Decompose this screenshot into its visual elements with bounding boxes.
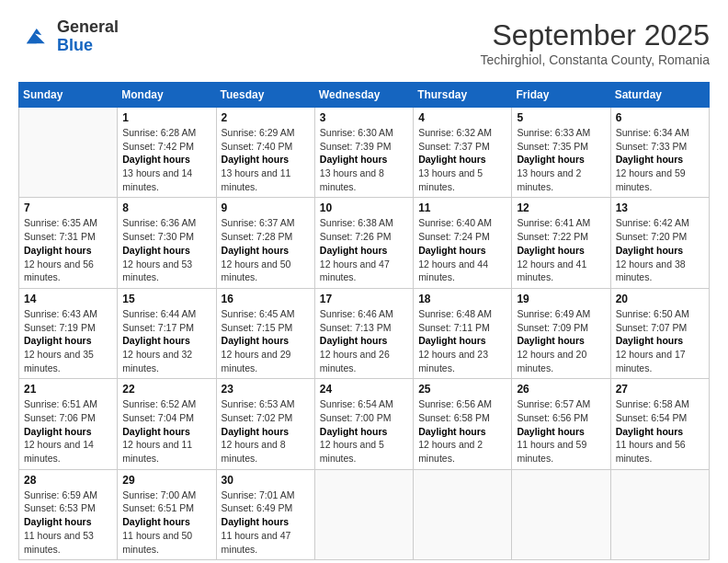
day-cell-11: 11Sunrise: 6:40 AMSunset: 7:24 PMDayligh… [414,198,512,288]
logo-general: General [57,17,119,36]
day-cell-25: 25Sunrise: 6:56 AMSunset: 6:58 PMDayligh… [414,379,512,469]
day-number: 27 [616,383,704,396]
day-info: Sunrise: 6:42 AMSunset: 7:20 PMDaylight … [616,216,704,283]
day-number: 14 [24,293,112,305]
day-info: Sunrise: 7:00 AMSunset: 6:51 PMDaylight … [122,488,210,556]
weekday-header-tuesday: Tuesday [216,83,314,108]
page-header: General Blue September 2025 Techirghiol,… [18,18,710,67]
day-cell-4: 4Sunrise: 6:32 AMSunset: 7:37 PMDaylight… [414,108,512,198]
day-cell-23: 23Sunrise: 6:53 AMSunset: 7:02 PMDayligh… [216,379,314,469]
logo: General Blue [18,18,119,55]
day-number: 5 [517,111,605,124]
weekday-header-row: SundayMondayTuesdayWednesdayThursdayFrid… [19,83,710,108]
empty-cell [512,469,610,559]
day-info: Sunrise: 6:49 AMSunset: 7:09 PMDaylight … [517,307,605,374]
day-cell-19: 19Sunrise: 6:49 AMSunset: 7:09 PMDayligh… [512,288,610,378]
day-number: 15 [122,293,210,305]
day-info: Sunrise: 6:28 AMSunset: 7:42 PMDaylight … [122,126,210,193]
day-info: Sunrise: 6:41 AMSunset: 7:22 PMDaylight … [517,216,605,283]
empty-cell [19,108,118,198]
day-cell-6: 6Sunrise: 6:34 AMSunset: 7:33 PMDaylight… [610,108,709,198]
day-cell-16: 16Sunrise: 6:45 AMSunset: 7:15 PMDayligh… [216,288,314,378]
day-cell-13: 13Sunrise: 6:42 AMSunset: 7:20 PMDayligh… [610,198,709,288]
day-cell-22: 22Sunrise: 6:52 AMSunset: 7:04 PMDayligh… [118,379,216,469]
weekday-header-monday: Monday [118,83,216,108]
day-cell-2: 2Sunrise: 6:29 AMSunset: 7:40 PMDaylight… [216,108,314,198]
day-number: 30 [222,474,310,487]
weekday-header-thursday: Thursday [414,83,512,108]
day-info: Sunrise: 6:46 AMSunset: 7:13 PMDaylight … [320,307,408,374]
empty-cell [414,469,512,559]
month-title: September 2025 [480,18,710,52]
day-number: 19 [517,293,605,305]
day-cell-9: 9Sunrise: 6:37 AMSunset: 7:28 PMDaylight… [216,198,314,288]
weekday-header-sunday: Sunday [19,83,118,108]
day-info: Sunrise: 6:29 AMSunset: 7:40 PMDaylight … [222,126,310,193]
day-info: Sunrise: 6:44 AMSunset: 7:17 PMDaylight … [122,307,210,374]
day-info: Sunrise: 6:52 AMSunset: 7:04 PMDaylight … [122,397,210,465]
day-info: Sunrise: 6:36 AMSunset: 7:30 PMDaylight … [122,216,210,283]
day-cell-24: 24Sunrise: 6:54 AMSunset: 7:00 PMDayligh… [314,379,413,469]
day-info: Sunrise: 6:40 AMSunset: 7:24 PMDaylight … [418,216,506,283]
day-info: Sunrise: 6:38 AMSunset: 7:26 PMDaylight … [320,216,408,283]
day-info: Sunrise: 6:59 AMSunset: 6:53 PMDaylight … [24,488,112,556]
day-info: Sunrise: 6:56 AMSunset: 6:58 PMDaylight … [418,397,506,465]
day-cell-3: 3Sunrise: 6:30 AMSunset: 7:39 PMDaylight… [314,108,413,198]
day-cell-8: 8Sunrise: 6:36 AMSunset: 7:30 PMDaylight… [118,198,216,288]
day-info: Sunrise: 7:01 AMSunset: 6:49 PMDaylight … [222,488,310,556]
weekday-header-wednesday: Wednesday [314,83,413,108]
day-cell-10: 10Sunrise: 6:38 AMSunset: 7:26 PMDayligh… [314,198,413,288]
day-number: 4 [418,111,506,124]
day-info: Sunrise: 6:43 AMSunset: 7:19 PMDaylight … [24,307,112,374]
day-cell-26: 26Sunrise: 6:57 AMSunset: 6:56 PMDayligh… [512,379,610,469]
logo-text: General Blue [57,18,119,55]
day-info: Sunrise: 6:32 AMSunset: 7:37 PMDaylight … [418,126,506,193]
day-info: Sunrise: 6:58 AMSunset: 6:54 PMDaylight … [616,397,704,465]
day-number: 25 [418,383,506,396]
day-number: 13 [616,201,704,214]
day-cell-14: 14Sunrise: 6:43 AMSunset: 7:19 PMDayligh… [19,288,118,378]
day-info: Sunrise: 6:34 AMSunset: 7:33 PMDaylight … [616,126,704,193]
day-number: 2 [222,111,310,124]
day-cell-20: 20Sunrise: 6:50 AMSunset: 7:07 PMDayligh… [610,288,709,378]
day-number: 10 [320,201,408,214]
day-info: Sunrise: 6:48 AMSunset: 7:11 PMDaylight … [418,307,506,374]
day-cell-5: 5Sunrise: 6:33 AMSunset: 7:35 PMDaylight… [512,108,610,198]
day-cell-18: 18Sunrise: 6:48 AMSunset: 7:11 PMDayligh… [414,288,512,378]
day-number: 22 [122,383,210,396]
day-cell-15: 15Sunrise: 6:44 AMSunset: 7:17 PMDayligh… [118,288,216,378]
day-number: 21 [24,383,112,396]
day-cell-29: 29Sunrise: 7:00 AMSunset: 6:51 PMDayligh… [118,469,216,559]
day-number: 18 [418,293,506,305]
logo-icon [18,20,51,53]
calendar-table: SundayMondayTuesdayWednesdayThursdayFrid… [18,82,710,560]
weekday-header-friday: Friday [512,83,610,108]
empty-cell [314,469,413,559]
day-info: Sunrise: 6:35 AMSunset: 7:31 PMDaylight … [24,216,112,283]
day-cell-7: 7Sunrise: 6:35 AMSunset: 7:31 PMDaylight… [19,198,118,288]
calendar-week-5: 28Sunrise: 6:59 AMSunset: 6:53 PMDayligh… [19,469,710,559]
day-info: Sunrise: 6:53 AMSunset: 7:02 PMDaylight … [222,397,310,465]
day-number: 12 [517,201,605,214]
day-number: 29 [122,474,210,487]
calendar-week-1: 1Sunrise: 6:28 AMSunset: 7:42 PMDaylight… [19,108,710,198]
calendar-week-3: 14Sunrise: 6:43 AMSunset: 7:19 PMDayligh… [19,288,710,378]
day-cell-17: 17Sunrise: 6:46 AMSunset: 7:13 PMDayligh… [314,288,413,378]
calendar-week-2: 7Sunrise: 6:35 AMSunset: 7:31 PMDaylight… [19,198,710,288]
day-number: 24 [320,383,408,396]
location-subtitle: Techirghiol, Constanta County, Romania [480,52,710,67]
calendar-week-4: 21Sunrise: 6:51 AMSunset: 7:06 PMDayligh… [19,379,710,469]
day-number: 20 [616,293,704,305]
day-cell-21: 21Sunrise: 6:51 AMSunset: 7:06 PMDayligh… [19,379,118,469]
day-number: 1 [122,111,210,124]
title-block: September 2025 Techirghiol, Constanta Co… [480,18,710,67]
day-cell-27: 27Sunrise: 6:58 AMSunset: 6:54 PMDayligh… [610,379,709,469]
day-cell-12: 12Sunrise: 6:41 AMSunset: 7:22 PMDayligh… [512,198,610,288]
day-number: 9 [222,201,310,214]
day-number: 3 [320,111,408,124]
day-cell-1: 1Sunrise: 6:28 AMSunset: 7:42 PMDaylight… [118,108,216,198]
day-number: 26 [517,383,605,396]
day-info: Sunrise: 6:37 AMSunset: 7:28 PMDaylight … [222,216,310,283]
day-info: Sunrise: 6:33 AMSunset: 7:35 PMDaylight … [517,126,605,193]
empty-cell [610,469,709,559]
